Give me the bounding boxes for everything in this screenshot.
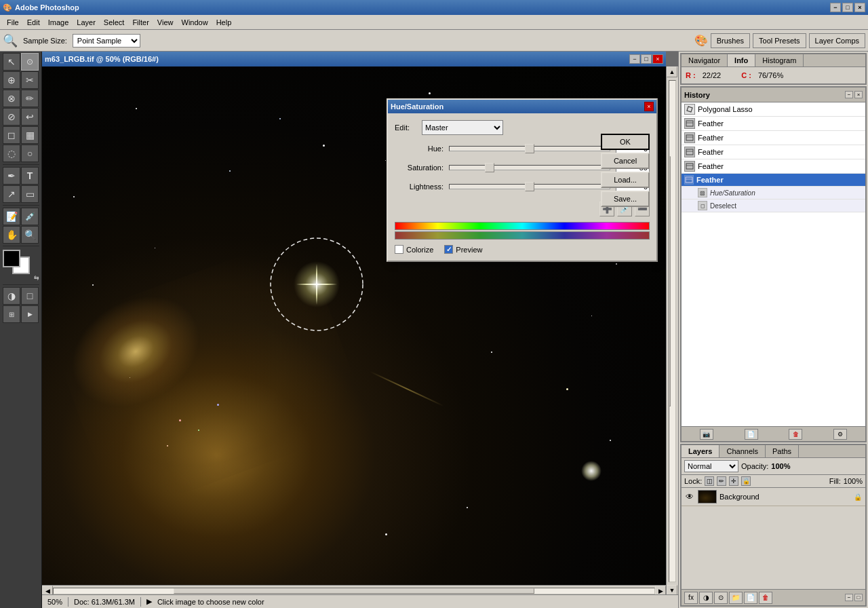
history-item-polygonal-lasso[interactable]: Polygonal Lasso xyxy=(682,102,865,117)
foreground-color-box[interactable] xyxy=(3,250,20,267)
lock-position-icon[interactable]: ✛ xyxy=(729,476,738,486)
cancel-button[interactable]: Cancel xyxy=(601,153,650,169)
gradient-tool[interactable]: ▦ xyxy=(21,126,39,144)
menu-filter[interactable]: Filter xyxy=(128,17,153,28)
ok-button[interactable]: OK xyxy=(601,134,650,150)
standard-mode[interactable]: □ xyxy=(21,287,39,305)
lock-transparency-icon[interactable]: ◫ xyxy=(705,476,714,486)
tab-info[interactable]: Info xyxy=(728,54,755,66)
saturation-slider-thumb[interactable] xyxy=(485,163,494,172)
maximize-button[interactable]: □ xyxy=(842,3,853,12)
layer-new-group-btn[interactable]: 📁 xyxy=(729,592,743,604)
canvas-maximize[interactable]: □ xyxy=(641,54,652,64)
layers-panel-max[interactable]: □ xyxy=(854,594,863,601)
tab-layers[interactable]: Layers xyxy=(682,445,719,457)
scrollbar-track-v[interactable] xyxy=(669,80,676,582)
canvas-close[interactable]: × xyxy=(652,54,663,64)
move-tool[interactable]: ↖ xyxy=(3,53,20,71)
history-brush-tool[interactable]: ↩ xyxy=(21,108,39,126)
history-item-feather-3[interactable]: Feather xyxy=(682,145,865,159)
saturation-slider-track[interactable] xyxy=(449,165,610,170)
quickmask-mode[interactable]: ◑ xyxy=(3,287,20,305)
minimize-button[interactable]: − xyxy=(830,3,841,12)
history-panel-minimize[interactable]: − xyxy=(845,91,853,98)
layer-delete-btn[interactable]: 🗑 xyxy=(759,592,772,604)
crop-tool[interactable]: ⊕ xyxy=(3,71,20,89)
tab-navigator[interactable]: Navigator xyxy=(682,54,728,66)
scrollbar-thumb-h[interactable] xyxy=(174,588,534,594)
history-delete-btn[interactable]: 🗑 xyxy=(789,429,802,440)
menu-image[interactable]: Image xyxy=(44,17,73,28)
layer-comps-panel-btn[interactable]: Layer Comps xyxy=(809,33,865,48)
history-new-document-btn[interactable]: 📄 xyxy=(745,429,758,440)
scroll-up-btn[interactable]: ▲ xyxy=(667,66,677,77)
swap-colors-icon[interactable]: ⇆ xyxy=(34,274,39,281)
scrollbar-track-h[interactable] xyxy=(53,588,655,594)
preview-checkbox[interactable]: ✓ xyxy=(444,245,453,254)
blend-mode-select[interactable]: Normal Dissolve Multiply Screen Overlay xyxy=(684,460,738,472)
menu-layer[interactable]: Layer xyxy=(73,17,100,28)
dialog-close-btn[interactable]: × xyxy=(644,102,654,111)
history-panel-close[interactable]: × xyxy=(854,91,863,98)
menu-select[interactable]: Select xyxy=(100,17,129,28)
tab-histogram[interactable]: Histogram xyxy=(755,54,804,66)
shape-tool[interactable]: ▭ xyxy=(21,185,39,203)
jump-to-imageready[interactable]: ▶ xyxy=(21,305,39,323)
brushes-panel-btn[interactable]: Brushes xyxy=(711,33,750,48)
type-tool[interactable]: T xyxy=(21,167,39,185)
lightness-slider-track[interactable] xyxy=(449,184,610,189)
slice-tool[interactable]: ✂ xyxy=(21,71,39,89)
save-button[interactable]: Save... xyxy=(601,191,650,207)
hue-slider-thumb[interactable] xyxy=(525,144,534,153)
eraser-tool[interactable]: ◻ xyxy=(3,126,20,144)
notes-tool[interactable]: 📝 xyxy=(3,208,20,225)
history-item-feather-active[interactable]: Feather xyxy=(682,174,865,187)
menu-help[interactable]: Help xyxy=(212,17,236,28)
history-subitem-hue-saturation[interactable]: ▧ Hue/Saturation xyxy=(682,187,865,200)
tab-channels[interactable]: Channels xyxy=(719,445,765,457)
eyedropper-icon-tool[interactable]: 💉 xyxy=(21,208,39,225)
tab-paths[interactable]: Paths xyxy=(766,445,799,457)
colorize-checkbox[interactable] xyxy=(395,245,403,254)
blur-tool[interactable]: ◌ xyxy=(3,145,20,162)
tool-presets-panel-btn[interactable]: Tool Presets xyxy=(753,33,806,48)
lasso-tool[interactable]: ⊙ xyxy=(21,53,39,71)
history-item-feather-2[interactable]: Feather xyxy=(682,131,865,145)
pen-tool[interactable]: ✒ xyxy=(3,167,20,185)
layer-mask-btn[interactable]: ◑ xyxy=(699,592,713,604)
dodge-tool[interactable]: ○ xyxy=(21,145,39,162)
history-options-btn[interactable]: ⚙ xyxy=(833,429,847,440)
zoom-tool[interactable]: 🔍 xyxy=(21,226,39,244)
eyedropper-tool-icon[interactable]: 🔍 xyxy=(3,33,18,48)
lightness-slider-thumb[interactable] xyxy=(525,182,534,191)
history-new-snapshot-btn[interactable]: 📷 xyxy=(700,429,713,440)
screen-mode[interactable]: ⊞ xyxy=(3,305,20,323)
hand-tool[interactable]: ✋ xyxy=(3,226,20,244)
history-subitem-deselect[interactable]: ◻ Deselect xyxy=(682,200,865,212)
hue-slider-track[interactable] xyxy=(449,146,610,151)
scrollbar-thumb-v[interactable] xyxy=(669,156,671,406)
close-button[interactable]: × xyxy=(854,3,865,12)
menu-window[interactable]: Window xyxy=(178,17,212,28)
menu-edit[interactable]: Edit xyxy=(23,17,44,28)
lock-all-icon[interactable]: 🔒 xyxy=(741,476,751,486)
edit-master-select[interactable]: Master Reds Yellows Greens Cyans Blues M… xyxy=(422,120,503,135)
lock-pixels-icon[interactable]: ✏ xyxy=(717,476,726,486)
sample-size-select[interactable]: Point Sample 3 by 3 Average 5 by 5 Avera… xyxy=(73,34,140,48)
layers-panel-minimize[interactable]: − xyxy=(845,594,853,601)
clone-stamp-tool[interactable]: ⊘ xyxy=(3,108,20,126)
history-item-feather-1[interactable]: Feather xyxy=(682,117,865,131)
layer-new-fill-btn[interactable]: ⊙ xyxy=(714,592,728,604)
layer-style-btn[interactable]: fx xyxy=(684,592,698,604)
canvas-scrollbar-v[interactable]: ▲ ▼ xyxy=(666,66,678,596)
history-item-feather-4[interactable]: Feather xyxy=(682,159,865,174)
menu-view[interactable]: View xyxy=(153,17,178,28)
layer-visibility-eye[interactable]: 👁 xyxy=(684,491,695,502)
layer-item-background[interactable]: 👁 Background 🔒 xyxy=(682,488,865,506)
path-select-tool[interactable]: ↗ xyxy=(3,185,20,203)
menu-file[interactable]: File xyxy=(3,17,23,28)
load-button[interactable]: Load... xyxy=(601,172,650,188)
brush-tool[interactable]: ✏ xyxy=(21,90,39,107)
canvas-minimize[interactable]: − xyxy=(629,54,640,64)
healing-tool[interactable]: ⊗ xyxy=(3,90,20,107)
